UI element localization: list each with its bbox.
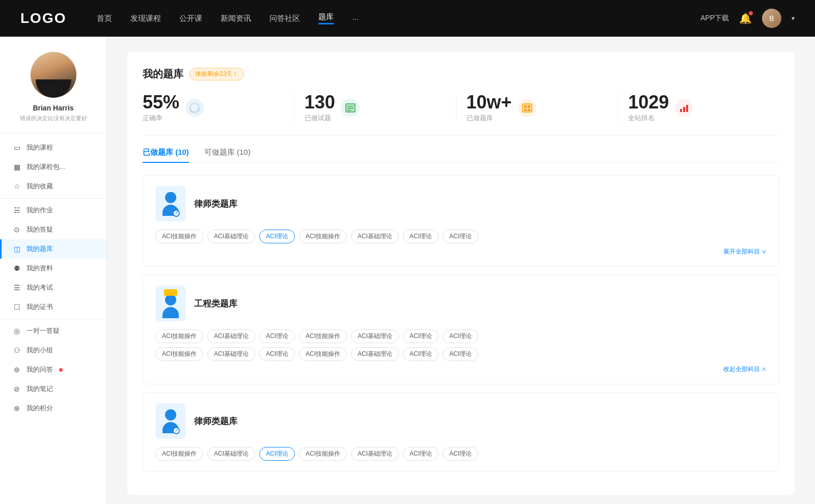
qbank-tag[interactable]: ACI基础理论 bbox=[351, 347, 399, 361]
qbank-card-1: ✓ 律师类题库 ACI技能操作 ACI基础理论 ACI理论 ACI技能操作 AC… bbox=[143, 175, 779, 267]
qbank-tag[interactable]: ACI技能操作 bbox=[155, 347, 203, 361]
engineer-body bbox=[162, 307, 179, 318]
tabs-row: 已做题库 (10) 可做题库 (10) bbox=[143, 148, 779, 163]
oneonone-icon: ◎ bbox=[12, 327, 21, 335]
svg-rect-11 bbox=[528, 105, 530, 108]
accuracy-icon bbox=[185, 99, 204, 117]
qbank-tag-active-3[interactable]: ACI理论 bbox=[259, 447, 295, 461]
app-download-button[interactable]: APP下载 bbox=[700, 14, 729, 23]
divider bbox=[0, 319, 106, 319]
qbank-tag[interactable]: ACI理论 bbox=[443, 329, 478, 343]
stat-rank: 1029 全站排名 bbox=[618, 93, 779, 123]
qbank-tag[interactable]: ACI理论 bbox=[443, 447, 478, 461]
qbank-tag[interactable]: ACI技能操作 bbox=[299, 329, 347, 343]
qbank-tag[interactable]: ACI技能操作 bbox=[299, 347, 347, 361]
group-icon: ⚇ bbox=[12, 346, 21, 354]
notification-bell[interactable]: 🔔 bbox=[739, 12, 752, 24]
nav-discover[interactable]: 发现课程 bbox=[130, 14, 161, 23]
qbank-tag[interactable]: ACI基础理论 bbox=[351, 329, 399, 343]
sidebar-item-label: 我的题库 bbox=[26, 244, 53, 254]
sidebar-item-label: 我的答疑 bbox=[26, 225, 53, 234]
qbank-tag[interactable]: ACI技能操作 bbox=[299, 230, 347, 243]
qbank-tag[interactable]: ACI基础理论 bbox=[207, 230, 255, 243]
page-header: 我的题库 体验剩余23天！ bbox=[143, 67, 779, 81]
nav-opencourse[interactable]: 公开课 bbox=[179, 14, 202, 23]
stats-row: 55% 正确率 130 已做试题 bbox=[143, 93, 779, 135]
sidebar-item-points[interactable]: ⊛ 我的积分 bbox=[0, 399, 106, 418]
stat-label-rank: 全站排名 bbox=[628, 114, 669, 123]
qbank-tag[interactable]: ACI基础理论 bbox=[207, 347, 255, 361]
sidebar-item-favorites[interactable]: ☆ 我的收藏 bbox=[0, 177, 106, 196]
qbank-icon-lawyer-3: ✓ bbox=[155, 403, 186, 439]
sidebar-motto: 错误的决定比没有决定要好 bbox=[15, 115, 92, 122]
sidebar-item-notes[interactable]: ⊘ 我的笔记 bbox=[0, 379, 106, 399]
qbank-tag[interactable]: ACI技能操作 bbox=[155, 230, 203, 243]
nav-questionbank[interactable]: 题库 bbox=[318, 12, 334, 24]
notes-icon: ⊘ bbox=[12, 385, 21, 393]
sidebar-item-questionbank[interactable]: ◫ 我的题库 bbox=[0, 239, 106, 259]
qbank-tag[interactable]: ACI理论 bbox=[403, 447, 439, 461]
cert-icon: ☐ bbox=[12, 303, 21, 311]
qbank-tag[interactable]: ACI基础理论 bbox=[207, 329, 255, 343]
tab-available-banks[interactable]: 可做题库 (10) bbox=[204, 148, 251, 162]
avatar[interactable]: B bbox=[762, 9, 781, 28]
qbank-tag[interactable]: ACI理论 bbox=[403, 347, 439, 361]
svg-rect-15 bbox=[683, 107, 685, 112]
sidebar-item-exam[interactable]: ☰ 我的考试 bbox=[0, 278, 106, 297]
main-card: 我的题库 体验剩余23天！ 55% 正确率 130 已 bbox=[127, 52, 795, 495]
qbank-tag[interactable]: ACI理论 bbox=[443, 230, 478, 243]
collapse-button-2[interactable]: 收起全部科目 ∧ bbox=[155, 365, 767, 374]
nav-news[interactable]: 新闻资讯 bbox=[221, 14, 251, 23]
nav-more[interactable]: ··· bbox=[352, 14, 359, 23]
qbank-tag[interactable]: ACI技能操作 bbox=[155, 329, 203, 343]
qbank-tag[interactable]: ACI理论 bbox=[443, 347, 478, 361]
stat-accuracy: 55% 正确率 bbox=[143, 93, 294, 123]
answers-badge bbox=[59, 368, 63, 372]
svg-rect-13 bbox=[528, 109, 530, 111]
main-content: 我的题库 体验剩余23天！ 55% 正确率 130 已 bbox=[107, 37, 815, 504]
course-icon: ▭ bbox=[12, 144, 21, 152]
avatar-chevron-icon[interactable]: ▾ bbox=[792, 15, 795, 22]
qbank-tag[interactable]: ACI理论 bbox=[403, 329, 439, 343]
tab-done-banks[interactable]: 已做题库 (10) bbox=[143, 148, 189, 162]
qbank-tag[interactable]: ACI基础理论 bbox=[351, 230, 399, 243]
sidebar-item-label: 我的积分 bbox=[26, 404, 53, 413]
qa-icon: ⊙ bbox=[12, 226, 21, 234]
stat-text-banks: 10w+ 已做题库 bbox=[467, 93, 512, 123]
qbank-header-2: 工程类题库 bbox=[155, 286, 767, 321]
nav-home[interactable]: 首页 bbox=[97, 14, 112, 23]
avatar-image bbox=[31, 52, 76, 98]
qbank-tag[interactable]: ACI技能操作 bbox=[299, 447, 347, 461]
nav-qa[interactable]: 问答社区 bbox=[269, 14, 300, 23]
sidebar-item-certificate[interactable]: ☐ 我的证书 bbox=[0, 297, 106, 317]
sidebar-item-answers[interactable]: ⊚ 我的问答 bbox=[0, 360, 106, 379]
qbank-name-3: 律师类题库 bbox=[194, 415, 237, 427]
qbank-tag[interactable]: ACI理论 bbox=[259, 329, 295, 343]
qbank-tag[interactable]: ACI理论 bbox=[403, 230, 439, 243]
sidebar-item-profile[interactable]: ⚉ 我的资料 bbox=[0, 259, 106, 278]
qbank-name-2: 工程类题库 bbox=[194, 298, 237, 310]
star-icon: ☆ bbox=[12, 182, 21, 190]
points-icon: ⊛ bbox=[12, 404, 21, 412]
notification-dot bbox=[749, 11, 753, 15]
rank-icon bbox=[675, 99, 693, 117]
navbar: LOGO 首页 发现课程 公开课 新闻资讯 问答社区 题库 ··· APP下载 … bbox=[0, 0, 815, 37]
qbank-tag[interactable]: ACI技能操作 bbox=[155, 447, 203, 461]
sidebar-item-qa[interactable]: ⊙ 我的答疑 bbox=[0, 220, 106, 239]
sidebar-item-1on1[interactable]: ◎ 一对一答疑 bbox=[0, 321, 106, 341]
qbank-tag[interactable]: ACI基础理论 bbox=[207, 447, 255, 461]
sidebar-item-group[interactable]: ⚇ 我的小组 bbox=[0, 341, 106, 360]
sidebar-item-course[interactable]: ▭ 我的课程 bbox=[0, 138, 106, 157]
qbank-tag-active[interactable]: ACI理论 bbox=[259, 230, 295, 243]
sidebar-item-coursepack[interactable]: ▦ 我的课程包... bbox=[0, 157, 106, 177]
sidebar-item-label: 我的资料 bbox=[26, 264, 53, 273]
qbank-icon-lawyer-1: ✓ bbox=[155, 186, 186, 221]
qbank-header-1: ✓ 律师类题库 bbox=[155, 186, 767, 221]
sidebar-item-homework[interactable]: ☵ 我的作业 bbox=[0, 201, 106, 220]
qbank-tag[interactable]: ACI理论 bbox=[259, 347, 295, 361]
qbank-tag[interactable]: ACI基础理论 bbox=[351, 447, 399, 461]
logo[interactable]: LOGO bbox=[20, 10, 66, 26]
svg-rect-14 bbox=[680, 109, 682, 112]
qbank-tags-row2-2: ACI技能操作 ACI基础理论 ACI理论 ACI技能操作 ACI基础理论 AC… bbox=[155, 347, 767, 361]
expand-button-1[interactable]: 展开全部科目 ∨ bbox=[155, 247, 767, 256]
